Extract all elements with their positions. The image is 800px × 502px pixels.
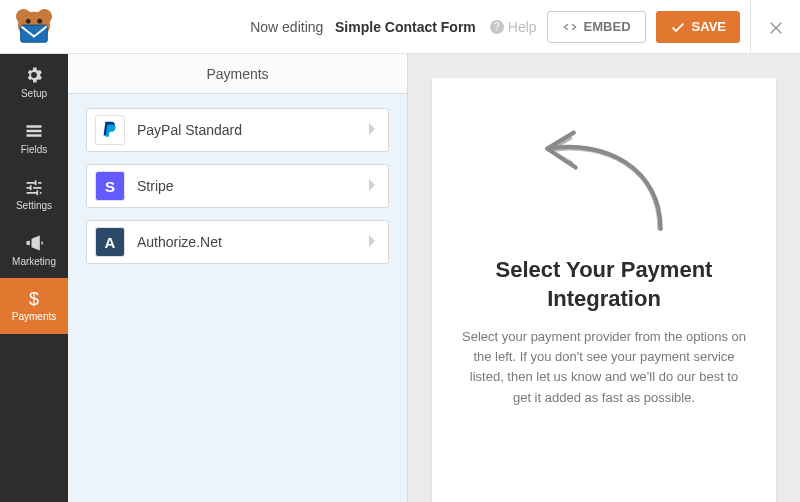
- nav-label: Marketing: [12, 256, 56, 267]
- provider-label: Stripe: [137, 178, 356, 194]
- nav-item-marketing[interactable]: Marketing: [0, 222, 68, 278]
- top-bar: Now editing Simple Contact Form ? Help E…: [0, 0, 800, 54]
- panel-column: Payments PayPal Standard S Stripe A: [68, 54, 408, 502]
- close-icon: [767, 18, 785, 36]
- nav-label: Settings: [16, 200, 52, 211]
- help-label: Help: [508, 19, 537, 35]
- provider-label: Authorize.Net: [137, 234, 356, 250]
- nav-item-payments[interactable]: $ Payments: [0, 278, 68, 334]
- editing-prefix: Now editing: [250, 19, 323, 35]
- check-icon: [670, 19, 686, 35]
- panel-title: Payments: [68, 54, 407, 94]
- svg-point-5: [26, 18, 31, 23]
- nav-item-settings[interactable]: Settings: [0, 166, 68, 222]
- save-label: SAVE: [692, 19, 726, 34]
- app-logo: [0, 0, 68, 54]
- main-area: Setup Fields Settings Marketing $ Paymen…: [0, 54, 800, 502]
- provider-list: PayPal Standard S Stripe A Authorize.Net: [68, 94, 407, 278]
- close-button[interactable]: [750, 0, 800, 54]
- paypal-icon: [95, 115, 125, 145]
- sliders-icon: [24, 177, 44, 197]
- right-panel: Select Your Payment Integration Select y…: [408, 54, 800, 502]
- save-button[interactable]: SAVE: [656, 11, 740, 43]
- hero-title: Select Your Payment Integration: [460, 256, 748, 313]
- nav-item-setup[interactable]: Setup: [0, 54, 68, 110]
- provider-item-stripe[interactable]: S Stripe: [86, 164, 389, 208]
- chevron-right-icon: [368, 177, 376, 195]
- svg-point-6: [37, 18, 42, 23]
- help-icon: ?: [490, 20, 504, 34]
- provider-item-authorize[interactable]: A Authorize.Net: [86, 220, 389, 264]
- svg-rect-3: [21, 25, 48, 42]
- form-title: Simple Contact Form: [335, 19, 476, 35]
- nav-label: Fields: [21, 144, 48, 155]
- hero-card: Select Your Payment Integration Select y…: [432, 78, 776, 502]
- hero-illustration: [519, 112, 689, 242]
- embed-icon: [562, 19, 578, 35]
- nav-label: Payments: [12, 311, 56, 322]
- curved-arrow-icon: [519, 112, 689, 242]
- stripe-icon: S: [95, 171, 125, 201]
- nav-label: Setup: [21, 88, 47, 99]
- embed-label: EMBED: [584, 19, 631, 34]
- chevron-right-icon: [368, 121, 376, 139]
- help-link[interactable]: ? Help: [490, 19, 537, 35]
- list-icon: [24, 121, 44, 141]
- embed-button[interactable]: EMBED: [547, 11, 646, 43]
- now-editing-label: Now editing Simple Contact Form: [250, 19, 476, 35]
- top-center: Now editing Simple Contact Form ? Help E…: [68, 11, 750, 43]
- megaphone-icon: [24, 233, 44, 253]
- authorize-icon: A: [95, 227, 125, 257]
- provider-item-paypal[interactable]: PayPal Standard: [86, 108, 389, 152]
- dollar-icon: $: [29, 290, 39, 308]
- left-nav: Setup Fields Settings Marketing $ Paymen…: [0, 54, 68, 502]
- chevron-right-icon: [368, 233, 376, 251]
- provider-label: PayPal Standard: [137, 122, 356, 138]
- hero-body: Select your payment provider from the op…: [460, 327, 748, 408]
- gear-icon: [24, 65, 44, 85]
- nav-item-fields[interactable]: Fields: [0, 110, 68, 166]
